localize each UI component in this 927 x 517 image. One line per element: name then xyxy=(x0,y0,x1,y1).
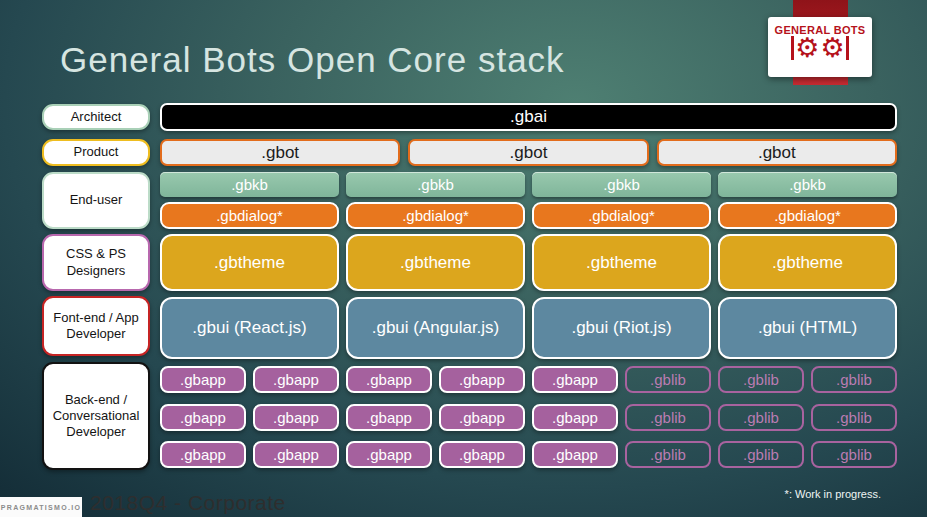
gear-icon: ⚙ ⚙ xyxy=(768,35,872,61)
gear-icon: ⚙ xyxy=(795,35,819,61)
gbtheme-box: .gbtheme xyxy=(718,234,897,291)
row-gbtheme: .gbtheme .gbtheme .gbtheme .gbtheme xyxy=(160,234,897,291)
gbapp-box: .gbapp xyxy=(160,404,246,431)
gbapp-box: .gbapp xyxy=(439,366,525,393)
row-gbkb: .gbkb .gbkb .gbkb .gbkb xyxy=(160,172,897,197)
pragmatismo-logo-text: PRAGMATISMO.IO xyxy=(1,504,81,511)
gbdialog-box: .gbdialog* xyxy=(718,202,897,229)
pragmatismo-logo: PRAGMATISMO.IO xyxy=(0,497,82,517)
gbtheme-box: .gbtheme xyxy=(532,234,711,291)
row-gbui: .gbui (React.js) .gbui (Angular.js) .gbu… xyxy=(160,297,897,359)
gbapp-box: .gbapp xyxy=(160,366,246,393)
gbdialog-box: .gbdialog* xyxy=(346,202,525,229)
general-bots-logo: GENERAL BOTS ⚙ ⚙ xyxy=(768,17,872,77)
gbui-riot-box: .gbui (Riot.js) xyxy=(532,297,711,359)
role-label-css-ps-designers: CSS & PS Designers xyxy=(42,234,150,291)
gblib-box: .gblib xyxy=(718,441,804,468)
gbapp-box: .gbapp xyxy=(532,441,618,468)
role-label-end-user: End-user xyxy=(42,172,150,229)
gbai-box: .gbai xyxy=(160,103,897,131)
role-label-text: Back-end / Conversational Developer xyxy=(50,392,142,441)
gbapp-box: .gbapp xyxy=(253,366,339,393)
work-in-progress-footnote: *: Work in progress. xyxy=(785,488,881,500)
gbot-box: .gbot xyxy=(657,139,897,166)
gear-bar-left-icon xyxy=(791,36,794,60)
gear-icon: ⚙ xyxy=(821,35,845,61)
row-gbdialog: .gbdialog* .gbdialog* .gbdialog* .gbdial… xyxy=(160,202,897,229)
gear-bar-right-icon xyxy=(846,36,849,60)
gbapp-box: .gbapp xyxy=(532,404,618,431)
gbapp-box: .gbapp xyxy=(253,404,339,431)
gblib-box: .gblib xyxy=(811,441,897,468)
gbdialog-box: .gbdialog* xyxy=(160,202,339,229)
gbapp-box: .gbapp xyxy=(439,441,525,468)
row-gbapp-gblib-2: .gbapp .gbapp .gbapp .gbapp .gbapp .gbli… xyxy=(160,404,897,431)
gbapp-box: .gbapp xyxy=(253,441,339,468)
slide-canvas: General Bots Open Core stack GENERAL BOT… xyxy=(0,0,927,517)
role-label-text: Product xyxy=(74,144,119,160)
row-gbot: .gbot .gbot .gbot xyxy=(160,139,897,166)
row-gbai: .gbai xyxy=(160,103,897,131)
row-gbapp-gblib-3: .gbapp .gbapp .gbapp .gbapp .gbapp .gbli… xyxy=(160,441,897,468)
role-label-text: Font-end / App Developer xyxy=(50,310,142,343)
gbui-html-box: .gbui (HTML) xyxy=(718,297,897,359)
gbkb-box: .gbkb xyxy=(532,172,711,197)
role-label-text: End-user xyxy=(70,192,123,208)
footer-version-text: 2018Q4 - Corporate xyxy=(90,491,286,515)
gbui-react-box: .gbui (React.js) xyxy=(160,297,339,359)
gblib-box: .gblib xyxy=(625,404,711,431)
role-label-architect: Architect xyxy=(42,104,150,130)
gblib-box: .gblib xyxy=(811,366,897,393)
gbkb-box: .gbkb xyxy=(160,172,339,197)
role-label-product: Product xyxy=(42,139,150,166)
row-gbapp-gblib-1: .gbapp .gbapp .gbapp .gbapp .gbapp .gbli… xyxy=(160,366,897,393)
gblib-box: .gblib xyxy=(718,404,804,431)
gbui-angular-box: .gbui (Angular.js) xyxy=(346,297,525,359)
gblib-box: .gblib xyxy=(811,404,897,431)
gbdialog-box: .gbdialog* xyxy=(532,202,711,229)
gbapp-box: .gbapp xyxy=(532,366,618,393)
gbapp-box: .gbapp xyxy=(346,441,432,468)
gbkb-box: .gbkb xyxy=(346,172,525,197)
gbtheme-box: .gbtheme xyxy=(346,234,525,291)
gbapp-box: .gbapp xyxy=(346,366,432,393)
gblib-box: .gblib xyxy=(625,441,711,468)
gbtheme-box: .gbtheme xyxy=(160,234,339,291)
role-label-backend-conversational-developer: Back-end / Conversational Developer xyxy=(42,362,150,470)
gbapp-box: .gbapp xyxy=(439,404,525,431)
gbkb-box: .gbkb xyxy=(718,172,897,197)
gbapp-box: .gbapp xyxy=(346,404,432,431)
gbot-box: .gbot xyxy=(160,139,400,166)
gbot-box: .gbot xyxy=(408,139,648,166)
gblib-box: .gblib xyxy=(625,366,711,393)
page-title: General Bots Open Core stack xyxy=(60,40,565,80)
role-label-text: Architect xyxy=(71,109,122,125)
gblib-box: .gblib xyxy=(718,366,804,393)
gbapp-box: .gbapp xyxy=(160,441,246,468)
role-label-text: CSS & PS Designers xyxy=(50,246,142,279)
role-label-frontend-app-developer: Font-end / App Developer xyxy=(42,296,150,356)
